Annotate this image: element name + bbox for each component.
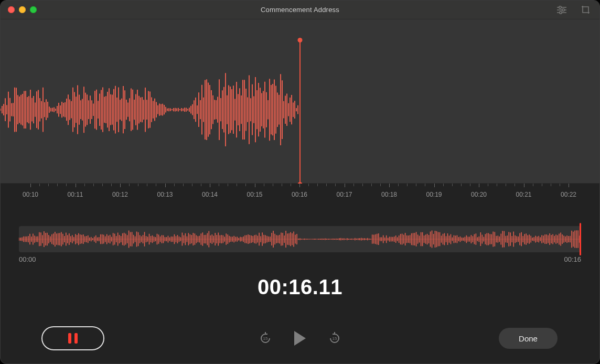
ruler-label: 00:15 (247, 191, 262, 198)
ruler-tick-minor (362, 184, 363, 186)
skip-back-15-button[interactable]: 15 (257, 330, 274, 347)
ruler-label: 00:19 (426, 191, 442, 198)
ruler-label: 00:16 (292, 191, 307, 198)
ruler-tick (479, 184, 479, 187)
svg-text:15: 15 (333, 336, 337, 341)
ruler-tick-minor (264, 184, 264, 186)
ruler-tick-minor (371, 184, 372, 186)
ruler-label: 00:17 (336, 191, 352, 198)
ruler-tick-minor (219, 184, 219, 186)
ruler-tick-minor (183, 184, 184, 186)
svg-point-3 (562, 9, 564, 11)
ruler-label: 00:20 (471, 191, 487, 198)
ruler-tick-minor (542, 184, 542, 186)
ruler-tick (345, 184, 345, 187)
ruler-tick-minor (425, 184, 425, 186)
ruler-tick-minor (317, 184, 318, 186)
traffic-lights (8, 6, 37, 13)
ruler-tick-minor (111, 184, 112, 186)
ruler-tick-minor (201, 184, 201, 186)
ruler-tick-minor (506, 184, 506, 186)
ruler-label: 00:11 (67, 191, 83, 198)
svg-point-5 (560, 12, 562, 14)
ruler-tick (524, 184, 524, 187)
ruler-tick-minor (551, 184, 551, 186)
zoom-window-button[interactable] (30, 6, 37, 13)
waveform-pane[interactable] (1, 19, 599, 184)
ruler-tick-minor (39, 184, 40, 186)
ruler-tick-minor (533, 184, 533, 186)
ruler-tick-minor (273, 184, 273, 186)
overview-start-time: 00:00 (19, 255, 36, 263)
ruler-tick-minor (156, 184, 156, 186)
ruler-tick-minor (326, 184, 327, 186)
minimize-window-button[interactable] (19, 6, 26, 13)
ruler-tick (76, 184, 76, 187)
transport-controls: 15 15 Done (1, 323, 599, 354)
ruler-label: 00:10 (23, 191, 38, 198)
ruler-tick (255, 184, 255, 187)
ruler-tick-minor (237, 184, 237, 186)
playhead[interactable] (299, 40, 301, 184)
ruler-tick-minor (93, 184, 94, 186)
ruler-tick-minor (461, 184, 462, 186)
ruler-tick-minor (380, 184, 381, 186)
ruler-tick-minor (147, 184, 147, 186)
ruler-tick-minor (488, 184, 488, 186)
ruler-tick (120, 184, 121, 187)
ruler-tick (30, 184, 31, 187)
ruler-tick (210, 184, 210, 187)
ruler-tick-minor (407, 184, 408, 186)
ruler-tick-minor (470, 184, 470, 186)
voice-memos-editor-window: Commencement Address 00:1000:1100:1200:1… (0, 0, 600, 364)
close-window-button[interactable] (8, 6, 15, 13)
overview-time-labels: 00:00 00:16 (19, 255, 581, 263)
ruler-tick-minor (398, 184, 399, 186)
svg-text:15: 15 (263, 336, 268, 341)
play-button[interactable] (292, 330, 308, 347)
ruler-tick-minor (129, 184, 130, 186)
trim-icon[interactable] (577, 2, 594, 18)
ruler-label: 00:12 (112, 191, 128, 198)
ruler-label: 00:18 (381, 191, 397, 198)
skip-forward-15-button[interactable]: 15 (326, 330, 343, 347)
ruler-tick-minor (560, 184, 560, 186)
titlebar-tools (553, 1, 594, 19)
ruler-tick-minor (245, 184, 246, 186)
ruler-tick (434, 184, 435, 187)
ruler-tick-minor (416, 184, 416, 186)
ruler-tick (569, 184, 569, 187)
overview-waveform (19, 226, 581, 252)
ruler-tick-minor (48, 184, 49, 186)
ruler-tick (299, 184, 300, 187)
ruler-tick-minor (138, 184, 138, 186)
pause-bar-right (74, 333, 78, 344)
overview-strip[interactable] (19, 226, 581, 252)
overview-end-time: 00:16 (564, 255, 581, 263)
titlebar[interactable]: Commencement Address (1, 1, 599, 19)
elapsed-time-display: 00:16.11 (1, 275, 599, 299)
ruler-tick-minor (57, 184, 58, 186)
ruler-tick-minor (282, 184, 282, 186)
pause-bar-left (68, 333, 71, 344)
time-ruler[interactable]: 00:1000:1100:1200:1300:1400:1500:1600:17… (1, 184, 599, 205)
ruler-label: 00:22 (561, 191, 576, 198)
pause-record-button[interactable] (41, 326, 104, 350)
ruler-tick-minor (84, 184, 85, 186)
ruler-tick-minor (353, 184, 354, 186)
ruler-tick-minor (66, 184, 67, 186)
overview-playhead[interactable] (580, 223, 581, 255)
ruler-tick-minor (443, 184, 444, 186)
ruler-tick-minor (335, 184, 336, 186)
ruler-label: 00:21 (516, 191, 531, 198)
ruler-tick-minor (228, 184, 228, 186)
ruler-tick-minor (192, 184, 192, 186)
settings-icon[interactable] (553, 2, 570, 18)
done-button[interactable]: Done (499, 328, 558, 349)
ruler-tick (389, 184, 390, 187)
ruler-tick-minor (102, 184, 103, 186)
ruler-tick-minor (452, 184, 453, 186)
ruler-tick (165, 184, 166, 187)
play-icon (294, 331, 306, 346)
window-title: Commencement Address (261, 6, 339, 14)
